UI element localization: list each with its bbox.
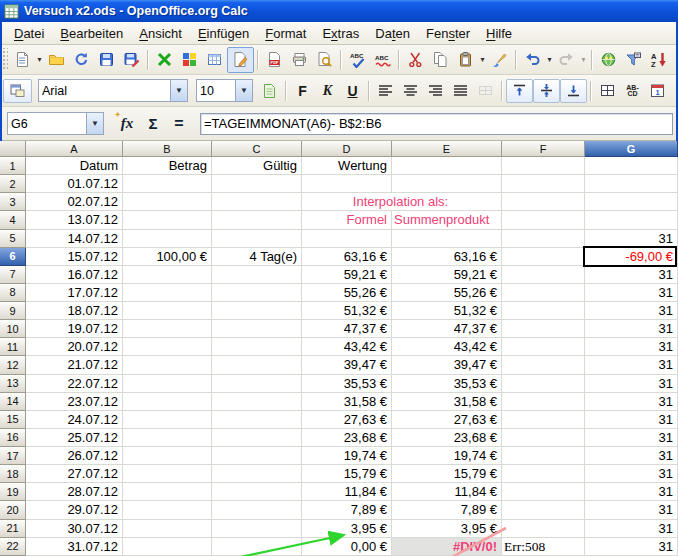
cell-B17[interactable]: [123, 447, 212, 465]
format-paintbrush-icon[interactable]: [487, 48, 512, 72]
cell-E4[interactable]: Summenprodukt: [392, 211, 502, 229]
function-wizard-icon[interactable]: ✦fx: [114, 112, 140, 136]
cell-A13[interactable]: 22.07.12: [26, 375, 123, 393]
cell-G9[interactable]: 31: [585, 302, 678, 320]
align-top-icon[interactable]: [506, 79, 533, 103]
name-box[interactable]: ▼: [7, 112, 104, 135]
cell-B7[interactable]: [123, 266, 212, 284]
cell-F11[interactable]: [502, 338, 585, 356]
cell-G19[interactable]: 31: [585, 483, 678, 501]
cell-G12[interactable]: 31: [585, 356, 678, 374]
cell-D9[interactable]: 51,32 €: [302, 302, 392, 320]
cell-A3[interactable]: 02.07.12: [26, 193, 123, 211]
column-header-D[interactable]: D: [302, 141, 392, 157]
cell-B5[interactable]: [123, 230, 212, 248]
cell-C10[interactable]: [212, 320, 302, 338]
cell-E6[interactable]: 63,16 €: [392, 248, 502, 266]
row-header-9[interactable]: 9: [0, 302, 26, 320]
cell-C2[interactable]: [212, 175, 302, 193]
cell-B6[interactable]: 100,00 €: [123, 248, 212, 266]
menu-ansicht[interactable]: Ansicht: [131, 24, 190, 43]
cell-C22[interactable]: [212, 538, 302, 556]
cell-G3[interactable]: [585, 193, 678, 211]
row-header-3[interactable]: 3: [0, 193, 26, 211]
cell-F6[interactable]: [502, 248, 585, 266]
column-header-A[interactable]: A: [26, 141, 123, 157]
row-header-7[interactable]: 7: [0, 266, 26, 284]
cell-F17[interactable]: [502, 447, 585, 465]
reload-icon[interactable]: [69, 48, 94, 72]
align-bottom-icon[interactable]: [560, 79, 587, 103]
cell-B10[interactable]: [123, 320, 212, 338]
sort-ascending-icon[interactable]: AZ: [646, 48, 671, 72]
wrap-text-icon[interactable]: AB-CD: [620, 79, 645, 103]
cell-D7[interactable]: 59,21 €: [302, 266, 392, 284]
cell-C21[interactable]: [212, 520, 302, 538]
cell-E18[interactable]: 15,79 €: [392, 465, 502, 483]
cell-G8[interactable]: 31: [585, 284, 678, 302]
cell-G22[interactable]: 31: [585, 538, 678, 556]
cell-G15[interactable]: 31: [585, 411, 678, 429]
paste-icon[interactable]: [453, 48, 478, 72]
cell-C12[interactable]: [212, 356, 302, 374]
row-header-14[interactable]: 14: [0, 393, 26, 411]
cell-F3[interactable]: [502, 193, 585, 211]
cell-B9[interactable]: [123, 302, 212, 320]
cell-E20[interactable]: 7,89 €: [392, 501, 502, 519]
cell-D10[interactable]: 47,37 €: [302, 320, 392, 338]
cell-A1[interactable]: Datum: [26, 157, 123, 175]
save-as-icon[interactable]: [119, 48, 144, 72]
cell-A20[interactable]: 29.07.12: [26, 501, 123, 519]
cell-D18[interactable]: 15,79 €: [302, 465, 392, 483]
cell-E12[interactable]: 39,47 €: [392, 356, 502, 374]
cell-F12[interactable]: [502, 356, 585, 374]
cell-D16[interactable]: 23,68 €: [302, 429, 392, 447]
document-icon[interactable]: [257, 79, 282, 103]
cell-E7[interactable]: 59,21 €: [392, 266, 502, 284]
cell-E8[interactable]: 55,26 €: [392, 284, 502, 302]
cut-icon[interactable]: [403, 48, 428, 72]
cell-D19[interactable]: 11,84 €: [302, 483, 392, 501]
cell-A8[interactable]: 17.07.12: [26, 284, 123, 302]
cell-G21[interactable]: 31: [585, 520, 678, 538]
cell-E22[interactable]: #DIV/0!: [392, 538, 502, 556]
cell-G1[interactable]: [585, 157, 678, 175]
cell-reference-input[interactable]: [8, 115, 86, 132]
cell-A5[interactable]: 14.07.12: [26, 230, 123, 248]
cell-B18[interactable]: [123, 465, 212, 483]
cell-B22[interactable]: [123, 538, 212, 556]
cell-F10[interactable]: [502, 320, 585, 338]
sum-icon[interactable]: Σ: [140, 112, 166, 136]
undo-icon[interactable]: [520, 48, 545, 72]
cell-E15[interactable]: 27,63 €: [392, 411, 502, 429]
cell-F21[interactable]: [502, 520, 585, 538]
cell-G5[interactable]: 31: [585, 230, 678, 248]
copy-icon[interactable]: [428, 48, 453, 72]
cell-F2[interactable]: [502, 175, 585, 193]
cell-E9[interactable]: 51,32 €: [392, 302, 502, 320]
row-header-22[interactable]: 22: [0, 538, 26, 556]
row-header-13[interactable]: 13: [0, 375, 26, 393]
cell-A6[interactable]: 15.07.12: [26, 248, 123, 266]
cell-G10[interactable]: 31: [585, 320, 678, 338]
cell-D21[interactable]: 3,95 €: [302, 520, 392, 538]
cell-G2[interactable]: [585, 175, 678, 193]
cell-C18[interactable]: [212, 465, 302, 483]
cell-E19[interactable]: 11,84 €: [392, 483, 502, 501]
cell-C3[interactable]: [212, 193, 302, 211]
formula-input[interactable]: [201, 114, 672, 132]
cell-A19[interactable]: 28.07.12: [26, 483, 123, 501]
save-icon[interactable]: [94, 48, 119, 72]
row-header-6[interactable]: 6: [0, 248, 26, 266]
cell-E5[interactable]: [392, 230, 502, 248]
cell-F20[interactable]: [502, 501, 585, 519]
page-preview-icon[interactable]: [312, 48, 337, 72]
cell-G13[interactable]: 31: [585, 375, 678, 393]
font-name-dropdown[interactable]: ▼: [170, 80, 187, 101]
cell-C5[interactable]: [212, 230, 302, 248]
cell-G18[interactable]: 31: [585, 465, 678, 483]
column-header-E[interactable]: E: [392, 141, 502, 157]
cell-F5[interactable]: [502, 230, 585, 248]
cell-C15[interactable]: [212, 411, 302, 429]
date-format-icon[interactable]: 1: [645, 79, 670, 103]
